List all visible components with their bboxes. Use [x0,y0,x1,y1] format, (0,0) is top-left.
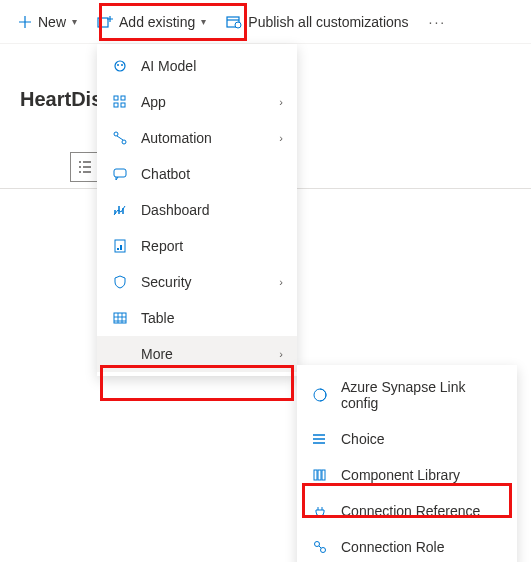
svg-rect-7 [121,96,125,100]
menu-item-label: Automation [141,130,267,146]
table-icon [111,310,129,326]
svg-rect-8 [114,103,118,107]
menu-item-report[interactable]: Report [97,228,297,264]
menu-item-ai-model[interactable]: AI Model [97,48,297,84]
submenu-item-label: Connection Reference [341,503,503,519]
command-bar: New ▾ Add existing ▾ Publish all customi… [0,0,531,44]
ai-model-icon [111,58,129,74]
plug-icon [311,503,329,519]
new-label: New [38,14,66,30]
add-existing-menu: AI Model App › Automation › Chatbot Dash… [97,44,297,376]
view-list-button[interactable] [70,152,100,182]
chevron-right-icon: › [279,132,283,144]
chevron-right-icon: › [279,348,283,360]
menu-item-more[interactable]: More › [97,336,297,372]
submenu-item-label: Choice [341,431,503,447]
add-existing-button[interactable]: Add existing ▾ [87,8,216,36]
svg-point-4 [117,64,119,66]
report-icon [111,238,129,254]
connection-role-icon [311,539,329,555]
submenu-item-connection-reference[interactable]: Connection Reference [297,493,517,529]
svg-rect-14 [114,313,126,323]
svg-rect-19 [314,470,317,480]
menu-item-app[interactable]: App › [97,84,297,120]
choice-icon [311,431,329,447]
submenu-item-azure-synapse[interactable]: Azure Synapse Link config [297,369,517,421]
svg-rect-20 [318,470,321,480]
svg-point-5 [121,64,123,66]
dashboard-icon [111,202,129,218]
shield-icon [111,274,129,290]
add-existing-icon [97,15,113,29]
chevron-down-icon: ▾ [201,16,206,27]
menu-item-label: Chatbot [141,166,283,182]
chevron-right-icon: › [279,96,283,108]
menu-item-label: More [141,346,267,362]
svg-point-23 [321,548,326,553]
svg-point-16 [313,434,315,436]
svg-point-11 [122,140,126,144]
svg-point-22 [315,542,320,547]
menu-item-table[interactable]: Table [97,300,297,336]
submenu-item-label: Connection Role [341,539,503,555]
add-existing-label: Add existing [119,14,195,30]
overflow-button[interactable]: ··· [419,8,457,36]
publish-icon [226,15,242,29]
svg-rect-21 [322,470,325,480]
menu-item-label: Security [141,274,267,290]
synapse-icon [311,387,329,403]
app-icon [111,94,129,110]
submenu-item-connection-role[interactable]: Connection Role [297,529,517,562]
list-icon [77,160,93,174]
menu-item-automation[interactable]: Automation › [97,120,297,156]
chevron-down-icon: ▾ [72,16,77,27]
svg-rect-0 [98,18,108,27]
svg-point-18 [313,442,315,444]
svg-rect-6 [114,96,118,100]
automation-icon [111,130,129,146]
menu-item-label: Table [141,310,283,326]
new-button[interactable]: New ▾ [8,8,87,36]
publish-label: Publish all customizations [248,14,408,30]
submenu-item-label: Component Library [341,467,503,483]
svg-point-3 [115,61,125,71]
menu-item-label: Report [141,238,283,254]
menu-item-chatbot[interactable]: Chatbot [97,156,297,192]
submenu-item-component-library[interactable]: Component Library [297,457,517,493]
plus-icon [18,15,32,29]
menu-item-label: Dashboard [141,202,283,218]
chatbot-icon [111,166,129,182]
svg-point-2 [235,22,241,28]
menu-item-dashboard[interactable]: Dashboard [97,192,297,228]
svg-rect-9 [121,103,125,107]
more-submenu: Azure Synapse Link config Choice Compone… [297,365,517,562]
menu-item-label: AI Model [141,58,283,74]
menu-item-security[interactable]: Security › [97,264,297,300]
library-icon [311,467,329,483]
chevron-right-icon: › [279,276,283,288]
svg-point-17 [313,438,315,440]
submenu-item-label: Azure Synapse Link config [341,379,503,411]
svg-point-10 [114,132,118,136]
svg-rect-12 [114,169,126,177]
menu-item-label: App [141,94,267,110]
publish-button[interactable]: Publish all customizations [216,8,418,36]
submenu-item-choice[interactable]: Choice [297,421,517,457]
